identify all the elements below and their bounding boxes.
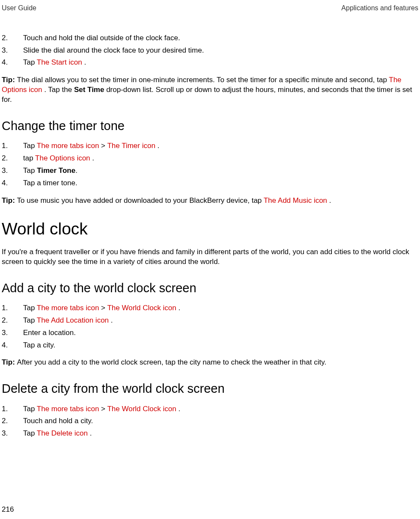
step-number: 2.: [2, 33, 23, 43]
list-item: 3. Enter a location.: [2, 328, 418, 338]
step-number: 2.: [2, 154, 23, 163]
page-header: User Guide Applications and features: [2, 3, 418, 13]
step-number: 4.: [2, 341, 23, 350]
list-item: 4. Tap a timer tone.: [2, 178, 418, 188]
step-number: 3.: [2, 166, 23, 176]
step-number: 3.: [2, 328, 23, 338]
header-left: User Guide: [2, 3, 36, 13]
heading-delete-city: Delete a city from the world clock scree…: [2, 380, 418, 397]
step-number: 4.: [2, 178, 23, 188]
world-clock-icon: The World Clock icon: [107, 304, 178, 312]
step-text: Tap The Start icon .: [23, 58, 418, 68]
set-time-label: Set Time: [74, 86, 104, 94]
tip-label: Tip:: [2, 358, 17, 366]
add-music-icon: The Add Music icon: [264, 196, 329, 205]
delete-city-steps: 1. Tap The more tabs icon > The World Cl…: [2, 404, 418, 439]
tip-paragraph: Tip: The dial allows you to set the time…: [2, 75, 418, 105]
list-item: 3. Tap Timer Tone.: [2, 166, 418, 176]
step-text-post: .: [158, 142, 160, 150]
step-number: 1.: [2, 303, 23, 313]
step-text: Tap The more tabs icon > The World Clock…: [23, 404, 418, 414]
add-city-steps: 1. Tap The more tabs icon > The World Cl…: [2, 303, 418, 350]
timer-tone-label: Timer Tone: [37, 166, 75, 175]
step-text: Tap The Delete icon .: [23, 429, 418, 439]
step-text-pre: tap: [23, 154, 35, 162]
list-item: 3. Tap The Delete icon .: [2, 429, 418, 439]
list-item: 2. Touch and hold a city.: [2, 416, 418, 426]
more-tabs-icon: The more tabs icon: [37, 405, 101, 413]
world-clock-intro: If you're a frequent traveller or if you…: [2, 247, 418, 267]
step-sep: >: [101, 304, 107, 312]
change-timer-tone-steps: 1. Tap The more tabs icon > The Timer ic…: [2, 141, 418, 188]
list-item: 2. Tap The Add Location icon .: [2, 316, 418, 326]
step-number: 3.: [2, 429, 23, 439]
delete-icon: The Delete icon: [37, 429, 90, 437]
step-text-pre: Tap: [23, 58, 37, 66]
tip-text-a: After you add a city to the world clock …: [17, 358, 327, 366]
step-text-pre: Tap: [23, 429, 37, 437]
timer-steps-continued: 2. Touch and hold the dial outside of th…: [2, 33, 418, 68]
step-text-post: .: [111, 316, 113, 324]
step-text: Enter a location.: [23, 328, 418, 338]
list-item: 1. Tap The more tabs icon > The World Cl…: [2, 404, 418, 414]
step-text-post: .: [90, 429, 92, 437]
list-item: 4. Tap The Start icon .: [2, 58, 418, 68]
step-text-pre: Tap: [23, 316, 37, 324]
step-text-post: .: [178, 304, 180, 312]
timer-icon: The Timer icon: [107, 142, 157, 150]
step-text-pre: Tap: [23, 142, 37, 150]
step-text: Slide the dial around the clock face to …: [23, 46, 418, 56]
heading-add-city: Add a city to the world clock screen: [2, 280, 418, 297]
step-number: 2.: [2, 316, 23, 326]
step-text: tap The Options icon .: [23, 154, 418, 163]
tip-text-b: .: [329, 196, 331, 205]
step-sep: >: [101, 142, 107, 150]
step-text: Tap a timer tone.: [23, 178, 418, 188]
list-item: 1. Tap The more tabs icon > The Timer ic…: [2, 141, 418, 151]
tip-label: Tip:: [2, 196, 17, 205]
step-text-pre: Tap: [23, 166, 37, 175]
step-text-post: .: [84, 58, 86, 66]
list-item: 2. tap The Options icon .: [2, 154, 418, 163]
step-text-post: .: [75, 166, 77, 175]
step-text: Tap Timer Tone.: [23, 166, 418, 176]
add-location-icon: The Add Location icon: [37, 316, 111, 324]
more-tabs-icon: The more tabs icon: [37, 304, 101, 312]
tip-paragraph: Tip: To use music you have added or down…: [2, 196, 418, 206]
step-text: Tap a city.: [23, 341, 418, 350]
options-icon: The Options icon: [35, 154, 92, 162]
tip-text-b: . Tap the: [44, 86, 74, 94]
step-number: 1.: [2, 404, 23, 414]
tip-text-a: To use music you have added or downloade…: [17, 196, 264, 205]
list-item: 1. Tap The more tabs icon > The World Cl…: [2, 303, 418, 313]
step-number: 4.: [2, 58, 23, 68]
step-text: Tap The more tabs icon > The Timer icon …: [23, 141, 418, 151]
step-text-pre: Tap: [23, 304, 37, 312]
tip-paragraph: Tip: After you add a city to the world c…: [2, 358, 418, 368]
tip-text-a: The dial allows you to set the timer in …: [17, 76, 389, 84]
step-text: Tap The more tabs icon > The World Clock…: [23, 303, 418, 313]
start-icon: The Start icon: [37, 58, 84, 66]
step-sep: >: [101, 405, 107, 413]
list-item: 3. Slide the dial around the clock face …: [2, 46, 418, 56]
list-item: 4. Tap a city.: [2, 341, 418, 350]
step-text: Touch and hold the dial outside of the c…: [23, 33, 418, 43]
step-text: Touch and hold a city.: [23, 416, 418, 426]
tip-label: Tip:: [2, 76, 17, 84]
heading-world-clock: World clock: [2, 218, 418, 240]
header-right: Applications and features: [341, 3, 418, 13]
step-number: 2.: [2, 416, 23, 426]
page-number: 216: [2, 505, 14, 515]
step-text-pre: Tap: [23, 405, 37, 413]
list-item: 2. Touch and hold the dial outside of th…: [2, 33, 418, 43]
step-text: Tap The Add Location icon .: [23, 316, 418, 326]
step-text-post: .: [178, 405, 180, 413]
world-clock-icon: The World Clock icon: [107, 405, 178, 413]
heading-change-timer-tone: Change the timer tone: [2, 118, 418, 134]
step-text-post: .: [92, 154, 94, 162]
more-tabs-icon: The more tabs icon: [37, 142, 101, 150]
page-content: 2. Touch and hold the dial outside of th…: [2, 33, 418, 439]
step-number: 3.: [2, 46, 23, 56]
step-number: 1.: [2, 141, 23, 151]
